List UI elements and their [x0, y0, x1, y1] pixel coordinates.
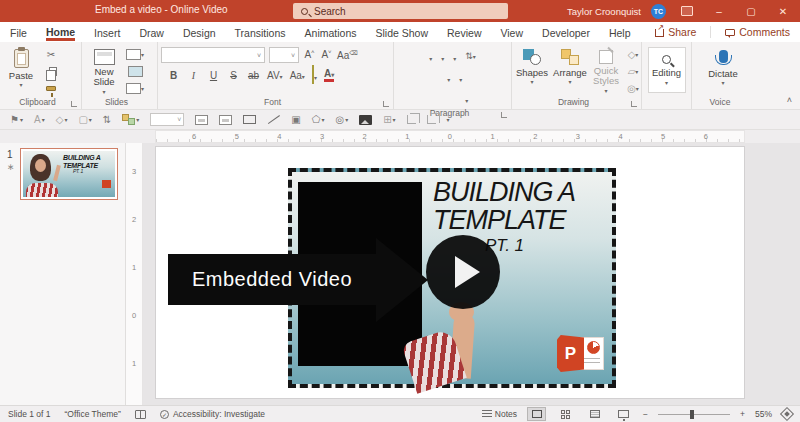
- tab-review[interactable]: Review: [447, 24, 481, 41]
- reset-slide-button[interactable]: [126, 64, 144, 79]
- clipboard-dialog-launcher[interactable]: [71, 101, 77, 107]
- zoom-in-button[interactable]: +: [740, 409, 745, 419]
- clear-formatting-button[interactable]: Aa⌫: [337, 49, 358, 61]
- picture-tool[interactable]: [359, 115, 372, 125]
- effects-tool[interactable]: ◎▾: [335, 114, 348, 125]
- editing-group: Editing▾: [642, 42, 692, 109]
- slide[interactable]: BUILDING A TEMPLATE PT. 1 P: [155, 146, 745, 399]
- shape-fill-tool[interactable]: ◇▾: [56, 114, 68, 125]
- sort-tool[interactable]: ⇅: [103, 114, 111, 125]
- zoom-slider[interactable]: [658, 414, 730, 415]
- font-dialog-launcher[interactable]: [383, 101, 389, 107]
- font-color-tool[interactable]: A▾: [34, 114, 45, 125]
- slide-show-button[interactable]: [614, 407, 633, 421]
- text-shadow-button[interactable]: S: [227, 70, 240, 81]
- tool-combobox[interactable]: ˅: [150, 113, 184, 126]
- text-direction-button[interactable]: ▾: [459, 68, 462, 86]
- close-button[interactable]: ✕: [772, 0, 794, 22]
- tab-developer[interactable]: Developer: [542, 24, 590, 41]
- italic-button[interactable]: I: [187, 70, 200, 81]
- slide-layout-button[interactable]: ▾: [126, 47, 144, 62]
- share-button[interactable]: Share: [655, 26, 696, 38]
- shape-outline-tool[interactable]: ▢▾: [78, 114, 91, 125]
- paste-button[interactable]: Paste▾: [3, 45, 39, 96]
- shapes-button[interactable]: Shapes▾: [515, 45, 549, 96]
- tab-help[interactable]: Help: [609, 24, 631, 41]
- zoom-slider-handle[interactable]: [690, 410, 694, 419]
- arrange-icon: [561, 49, 579, 65]
- bullets-button[interactable]: ▾: [429, 47, 432, 65]
- character-spacing-button[interactable]: AV▾: [267, 70, 283, 81]
- font-color-button[interactable]: A▾: [324, 69, 334, 82]
- collapse-ribbon-button[interactable]: ˄: [787, 95, 792, 105]
- tab-animations[interactable]: Animations: [305, 24, 357, 41]
- copy-button[interactable]: [42, 64, 60, 79]
- zoom-level[interactable]: 55%: [755, 409, 772, 419]
- text-box-tool[interactable]: ▣: [291, 114, 300, 125]
- reading-view-button[interactable]: [585, 407, 604, 421]
- editing-button[interactable]: Editing▾: [648, 47, 686, 93]
- section-button[interactable]: ▾: [126, 81, 144, 96]
- crop-ratio-tool[interactable]: [427, 115, 436, 124]
- tab-insert[interactable]: Insert: [94, 24, 120, 41]
- ribbon-display-options-button[interactable]: [676, 0, 698, 22]
- zoom-out-button[interactable]: −: [643, 409, 648, 419]
- normal-view-button[interactable]: [527, 407, 546, 421]
- quick-styles-button[interactable]: Quick Styles▾: [591, 45, 621, 96]
- decrease-font-size-button[interactable]: A˅: [320, 49, 333, 60]
- accessibility-checker[interactable]: ✓ Accessibility: Investigate: [160, 409, 265, 419]
- underline-button[interactable]: U: [207, 70, 220, 81]
- shape-edit-tool[interactable]: ⬠▾: [312, 114, 325, 125]
- font-size-combobox[interactable]: ˅: [269, 47, 299, 63]
- slide-1-thumbnail[interactable]: BUILDING A TEMPLATE PT. 1: [20, 148, 118, 200]
- table-tool[interactable]: ⊞▾: [383, 114, 395, 125]
- align-objects-tool[interactable]: [195, 115, 208, 125]
- tab-transitions[interactable]: Transitions: [235, 24, 286, 41]
- tab-slide-show[interactable]: Slide Show: [376, 24, 429, 41]
- line-spacing-button[interactable]: ⇅▾: [465, 51, 476, 61]
- tab-design[interactable]: Design: [183, 24, 216, 41]
- shape-effects-button[interactable]: ◎▾: [624, 81, 642, 96]
- minimize-button[interactable]: –: [708, 0, 730, 22]
- maximize-button[interactable]: ▢: [740, 0, 762, 22]
- theme-name[interactable]: “Office Theme”: [65, 409, 121, 419]
- shape-outline-button[interactable]: ▱▾: [624, 64, 642, 79]
- arrange-button[interactable]: Arrange▾: [552, 45, 588, 96]
- increase-font-size-button[interactable]: A˄: [303, 49, 316, 60]
- group-objects-tool[interactable]: ▾: [122, 114, 139, 125]
- change-case-button[interactable]: Aa▾: [290, 70, 305, 81]
- cut-button[interactable]: ✂: [42, 47, 60, 62]
- numbering-button[interactable]: ▾: [441, 47, 444, 65]
- search-box[interactable]: Search: [293, 3, 508, 19]
- play-button[interactable]: [426, 235, 500, 309]
- rectangle-tool[interactable]: [243, 115, 256, 124]
- shape-fill-button[interactable]: ◇▾: [624, 47, 642, 62]
- crop-tool[interactable]: [407, 115, 416, 124]
- strikethrough-button[interactable]: ab: [247, 70, 260, 81]
- tab-file[interactable]: File: [10, 24, 27, 41]
- tab-home[interactable]: Home: [46, 23, 75, 41]
- distribute-tool[interactable]: [219, 115, 232, 125]
- tab-draw[interactable]: Draw: [139, 24, 164, 41]
- font-name-combobox[interactable]: ˅: [161, 47, 265, 63]
- fit-slide-to-window-icon[interactable]: [780, 407, 794, 421]
- tab-view[interactable]: View: [500, 24, 523, 41]
- multilevel-list-button[interactable]: ▾: [453, 47, 456, 65]
- bold-button[interactable]: B: [167, 70, 180, 81]
- columns-button[interactable]: ▾: [447, 68, 450, 86]
- format-painter-button[interactable]: [42, 81, 60, 96]
- new-slide-button[interactable]: New Slide▾: [85, 45, 123, 96]
- dictate-button[interactable]: Dictate▾: [705, 45, 741, 96]
- slide-sorter-view-button[interactable]: [556, 407, 575, 421]
- highlight-color-button[interactable]: ▾: [312, 66, 317, 84]
- line-tool[interactable]: [267, 114, 280, 125]
- avatar[interactable]: TC: [651, 4, 666, 19]
- paragraph-dialog-launcher[interactable]: [501, 112, 507, 118]
- paste-options-button[interactable]: ⚑▾: [10, 114, 23, 125]
- embedded-video-player[interactable]: BUILDING A TEMPLATE PT. 1 P: [288, 168, 616, 388]
- drawing-dialog-launcher[interactable]: [631, 101, 637, 107]
- convert-smartart-button[interactable]: ▾: [465, 89, 468, 107]
- comments-button[interactable]: Comments: [725, 26, 790, 38]
- notes-button[interactable]: Notes: [482, 409, 517, 419]
- display-settings-icon[interactable]: [135, 410, 146, 419]
